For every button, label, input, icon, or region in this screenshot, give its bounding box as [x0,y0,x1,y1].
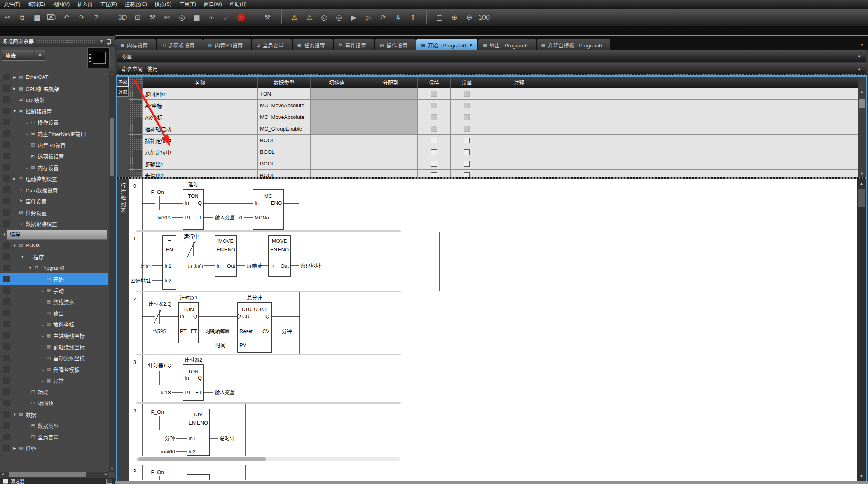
retain-checkbox[interactable] [431,103,437,108]
tab-overflow-icon[interactable]: ▼ [860,42,864,47]
expander-icon[interactable]: ▼ [19,255,25,259]
collapse-down-icon[interactable]: ▼ [857,54,861,59]
tree-item-builtin-io-settings[interactable]: ∟ ▥ 内置I/O设置 [0,139,108,150]
constant-checkbox[interactable] [464,149,470,155]
row-handle[interactable] [129,88,143,99]
fb-block[interactable] [187,475,210,480]
rung-5[interactable]: 5 P_On [129,462,857,480]
contact-operand[interactable]: P_On [151,409,164,415]
tree-item-section-output[interactable]: ∟ ▤ 输出 [0,307,108,319]
variable-row[interactable]: 步时间30 TON [129,88,858,100]
scrollbar-thumb[interactable] [138,457,266,461]
operand-placeholder[interactable]: 输入变量 [214,390,235,395]
cell-allocation[interactable] [363,88,418,99]
tree-item-task-settings[interactable]: ∟ ▧ 任务设置 [0,207,108,218]
retain-checkbox[interactable] [431,91,437,97]
menu-file[interactable]: 文件(F) [0,0,24,9]
cell-comment[interactable] [483,88,555,99]
scrollbar-thumb[interactable] [110,118,114,176]
scroll-right-icon[interactable]: ▶ [105,472,107,476]
ladder-scrollbar-vertical[interactable]: ▲ ▼ [857,179,866,481]
cell-comment[interactable] [483,170,555,177]
column-constant[interactable]: 常量 [451,77,483,88]
watch-window-button[interactable]: ◎ [176,10,188,24]
tree-item-global-variables[interactable]: ∟ ⊞ 全局变量 [0,431,108,442]
transfer-from-controller-button[interactable]: ⇑ [407,10,419,24]
tab-builtin-io-settings[interactable]: ▥ 内置I/O设置 [203,39,251,51]
tab-event-settings[interactable]: ⚑ 事件设置 [334,39,374,51]
rung-2[interactable]: 2 计时器2.Q 计时器1 TON In Q [129,292,857,354]
tree-item-section-manual[interactable]: ∟ ▤ 手动 [0,285,108,296]
tree-section-programming[interactable]: ▼ ∟ 编程 [0,229,108,240]
expander-icon[interactable]: ▶ [12,87,17,91]
paste-button[interactable]: ▤ [31,10,43,24]
tree-item-event-settings[interactable]: ∟ ⚑ 事件设置 [0,195,108,207]
expander-icon[interactable]: ▼ [12,109,17,113]
menu-edit[interactable]: 编辑(E) [24,0,49,9]
horizontal-scrollbar[interactable] [115,481,868,484]
cell-initial-value[interactable] [311,100,363,111]
tree-item-functions[interactable]: ∟ ⊡ 功能 [0,386,108,397]
multiview-explorer-titlebar[interactable]: 多视图浏览器 ▼ [0,36,115,47]
cell-name[interactable]: 插补定位中 [143,135,258,146]
sidebar-scrollbar-vertical[interactable]: ▲ ▼ [109,71,115,472]
tree-item-section-main-axis-coords[interactable]: ∟ ▤ 主轴绕线坐标 [0,330,108,341]
tree-item-cam-data[interactable]: ∟ ∿ Cam数据设置 [0,184,108,195]
tree-item-section-feed-coords[interactable]: ∟ ▤ 放料坐标 [0,319,108,330]
cell-comment[interactable] [483,111,555,123]
cut-button[interactable]: ✂ [1,10,14,24]
operand-label[interactable]: 密码 [141,263,151,269]
cell-datatype[interactable]: BOOL [258,158,311,169]
column-comment[interactable]: 注释 [483,77,555,88]
zoom-out-button[interactable]: ⊖ [463,10,475,24]
tab-output-program0[interactable]: ▤ 输出 - Program0 [478,39,536,51]
cell-allocation[interactable] [363,123,418,134]
cell-comment[interactable] [483,158,555,169]
namespace-section-bar[interactable]: 命名空间 - 使用 ▲ [117,63,866,75]
constant-checkbox[interactable] [464,103,470,108]
tree-item-ethercat[interactable]: ▶ ∟ ▦ EtherCAT [0,71,108,83]
variable-row[interactable]: AY坐标 MC_MoveAbsolute [129,100,858,111]
row-handle[interactable] [129,100,143,111]
menu-simulation[interactable]: 模拟(S) [151,0,175,9]
constant-checkbox[interactable] [464,138,470,143]
tree-item-section-winding-flow[interactable]: ∟ ▤ 绕线流水 [0,296,108,307]
scrollbar-thumb[interactable] [859,99,865,108]
retain-checkbox[interactable] [431,114,437,120]
fb-instance-name[interactable]: 计时器1 [180,295,197,301]
cell-allocation[interactable] [363,158,418,169]
scrollbar-thumb[interactable] [9,472,86,477]
tree-item-function-blocks[interactable]: ∟ ⊞ 功能块 [0,397,108,409]
view-3d-button[interactable]: 3D [110,10,129,24]
rung-3[interactable]: 3 计时器1.Q 计时器2 TON In Q PT [129,355,857,402]
variables-section-bar[interactable]: 变量 ▼ [117,50,866,62]
cell-allocation[interactable] [363,170,418,177]
scroll-up-icon[interactable]: ▲ [858,90,866,94]
tree-item-data[interactable]: ▼ ∟ ▦ 数据 [0,409,108,420]
contact-operand[interactable]: 计时器1.Q [148,362,171,368]
expander-icon[interactable]: ▼ [12,244,17,247]
variable-row[interactable]: 插补轴启动 MC_GroupEnable [129,123,858,135]
constant-checkbox[interactable] [464,172,470,177]
cell-datatype[interactable]: BOOL [258,135,311,146]
fb-instance-name[interactable]: 总分计 [247,295,262,301]
variable-row[interactable]: 步输出1 BOOL [129,158,858,170]
tree-item-section-lift-template[interactable]: ∟ ▤ 升降台模板 [0,364,108,375]
cell-datatype[interactable]: MC_MoveAbsolute [258,111,311,123]
menu-help[interactable]: 帮助(H) [226,0,251,9]
tab-close-icon[interactable]: × [470,42,473,48]
operand-label[interactable]: 总时计 [220,435,235,441]
watch-table-button[interactable]: ▦ [190,10,203,24]
retain-checkbox[interactable] [431,126,437,132]
cell-datatype[interactable]: MC_MoveAbsolute [258,100,311,111]
tab-global-variables[interactable]: ⊞ 全局变量 [252,39,292,51]
cell-comment[interactable] [483,123,555,134]
operand-label[interactable]: t#59S [153,328,166,334]
tree-item-data-types[interactable]: ∟ ⊟ 数据类型 [0,420,108,431]
cell-name[interactable]: AY坐标 [143,100,258,111]
cell-datatype[interactable]: BOOL [258,170,311,177]
simulation-program-button[interactable]: ▷ [362,10,375,24]
operand-label[interactable]: 零 [251,263,257,269]
filter-expand-icon[interactable] [106,479,112,484]
column-allocation[interactable]: 分配到 [363,77,418,88]
